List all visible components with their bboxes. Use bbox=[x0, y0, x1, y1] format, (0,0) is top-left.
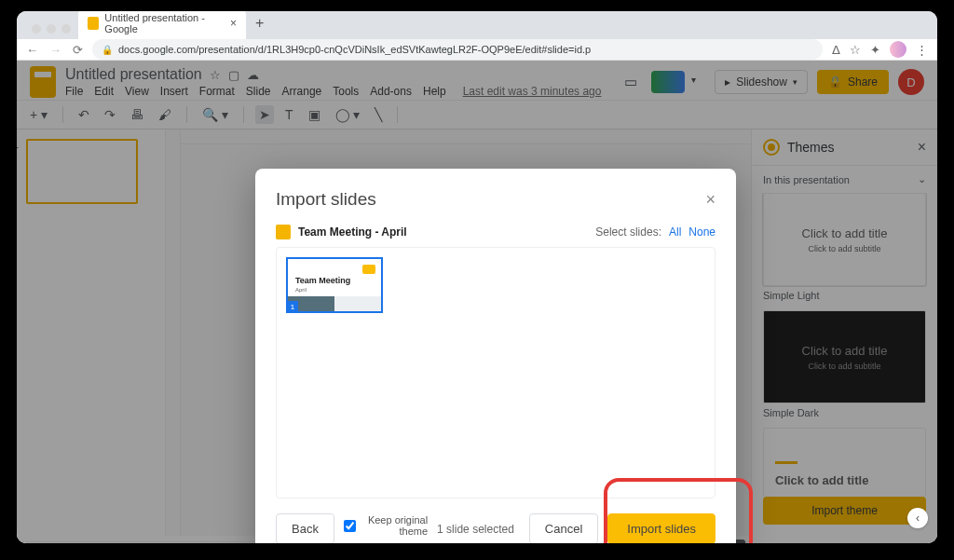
tab-close-icon[interactable]: × bbox=[230, 17, 237, 30]
keep-theme-checkbox[interactable] bbox=[344, 520, 356, 532]
cancel-button[interactable]: Cancel bbox=[529, 513, 598, 543]
import-slides-modal: Import slides × Team Meeting - April Sel… bbox=[255, 169, 736, 543]
select-none-link[interactable]: None bbox=[688, 225, 716, 239]
chrome-menu-icon[interactable]: ⋮ bbox=[916, 43, 928, 57]
reload-icon[interactable]: ⟳ bbox=[73, 43, 83, 57]
import-slides-button[interactable]: Import slides bbox=[607, 513, 716, 543]
forward-icon[interactable]: → bbox=[49, 43, 61, 57]
slides-favicon-icon bbox=[88, 17, 99, 30]
select-slides-label: Select slides: bbox=[595, 225, 661, 239]
extensions-icon[interactable]: ✦ bbox=[870, 43, 880, 57]
url-text: docs.google.com/presentation/d/1RL3H9cp0… bbox=[118, 44, 591, 55]
import-slide-thumb-1[interactable]: Team Meeting April 1 bbox=[286, 257, 383, 313]
url-input[interactable]: 🔒 docs.google.com/presentation/d/1RL3H9c… bbox=[92, 39, 823, 60]
selected-count: 1 slide selected bbox=[437, 523, 514, 536]
profile-avatar-icon[interactable] bbox=[890, 41, 906, 58]
tab-title: Untitled presentation - Google bbox=[104, 12, 225, 34]
slide-index: 1 bbox=[287, 301, 298, 312]
source-file-name: Team Meeting - April bbox=[298, 225, 407, 239]
browser-tabstrip: Untitled presentation - Google × + bbox=[17, 11, 937, 39]
window-controls[interactable] bbox=[24, 24, 78, 39]
back-icon[interactable]: ← bbox=[26, 43, 38, 57]
share-page-icon[interactable]: ᐃ bbox=[832, 43, 840, 57]
new-tab-button[interactable]: + bbox=[246, 11, 273, 39]
back-button[interactable]: Back bbox=[276, 513, 334, 543]
slide-picker: Team Meeting April 1 bbox=[276, 247, 716, 499]
select-all-link[interactable]: All bbox=[669, 225, 681, 239]
lock-icon: 🔒 bbox=[102, 45, 113, 55]
modal-title: Import slides bbox=[276, 189, 376, 210]
side-panel-toggle-icon[interactable]: ‹ bbox=[907, 508, 928, 528]
badge-icon bbox=[362, 265, 375, 274]
close-modal-icon[interactable]: × bbox=[705, 190, 716, 210]
address-bar: ← → ⟳ 🔒 docs.google.com/presentation/d/1… bbox=[17, 39, 937, 61]
browser-tab[interactable]: Untitled presentation - Google × bbox=[78, 11, 246, 39]
bookmark-icon[interactable]: ☆ bbox=[850, 43, 861, 57]
slides-file-icon bbox=[276, 225, 291, 239]
keep-theme-label: Keep original theme bbox=[361, 514, 428, 537]
